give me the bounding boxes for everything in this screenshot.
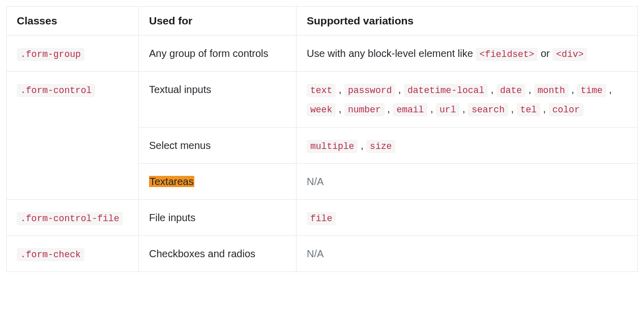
cell-variations: N/A bbox=[297, 163, 638, 199]
separator: , bbox=[525, 84, 534, 95]
code-variation: file bbox=[307, 212, 336, 225]
cell-variations: file bbox=[297, 199, 638, 235]
code-variation: url bbox=[436, 103, 459, 116]
text-mid: or bbox=[538, 48, 552, 59]
separator: , bbox=[540, 103, 549, 114]
form-classes-table: Classes Used for Supported variations .f… bbox=[6, 6, 638, 272]
code-class: .form-control bbox=[17, 84, 95, 97]
header-usedfor: Used for bbox=[139, 7, 297, 36]
separator: , bbox=[459, 103, 468, 114]
code-variation: time bbox=[577, 84, 606, 97]
table-row: .form-control Textual inputs text , pass… bbox=[7, 72, 638, 127]
table-row: .form-check Checkboxes and radios N/A bbox=[7, 235, 638, 271]
header-variations: Supported variations bbox=[297, 7, 638, 36]
cell-usedfor: Checkboxes and radios bbox=[139, 235, 297, 271]
code-variation: search bbox=[468, 103, 508, 116]
separator: , bbox=[427, 103, 436, 114]
table-header-row: Classes Used for Supported variations bbox=[7, 7, 638, 36]
separator: , bbox=[606, 84, 612, 95]
code-variation: size bbox=[366, 140, 395, 153]
code-variation: color bbox=[549, 103, 583, 116]
separator: , bbox=[569, 84, 577, 95]
cell-class: .form-group bbox=[7, 36, 139, 72]
code-variation: text bbox=[307, 84, 336, 97]
separator: , bbox=[385, 103, 393, 114]
code-class: .form-control-file bbox=[17, 212, 123, 225]
cell-variations: N/A bbox=[297, 235, 638, 271]
highlighted-text: Textareas bbox=[149, 176, 194, 187]
code-variation: tel bbox=[517, 103, 540, 116]
separator: , bbox=[358, 140, 366, 151]
cell-class: .form-control bbox=[7, 72, 139, 200]
cell-class: .form-control-file bbox=[7, 199, 139, 235]
code-variation: number bbox=[344, 103, 385, 116]
code-variation: date bbox=[496, 84, 525, 97]
code-variation: datetime-local bbox=[404, 84, 488, 97]
cell-usedfor: Textual inputs bbox=[139, 72, 297, 127]
code-variation: month bbox=[534, 84, 569, 97]
code-class: .form-check bbox=[17, 248, 84, 261]
cell-variations: text , password , datetime-local , date … bbox=[297, 72, 638, 127]
header-classes: Classes bbox=[7, 7, 139, 36]
cell-usedfor: Textareas bbox=[139, 163, 297, 199]
code-div: <div> bbox=[552, 48, 587, 61]
separator: , bbox=[395, 84, 404, 95]
table-row: .form-control-file File inputs file bbox=[7, 199, 638, 235]
separator: , bbox=[488, 84, 496, 95]
code-fieldset: <fieldset> bbox=[476, 48, 538, 61]
cell-class: .form-check bbox=[7, 235, 139, 271]
cell-usedfor: Any group of form controls bbox=[139, 36, 297, 72]
code-variation: password bbox=[344, 84, 395, 97]
code-variation: email bbox=[393, 103, 427, 116]
code-variation: multiple bbox=[307, 140, 358, 153]
cell-variations: multiple , size bbox=[297, 127, 638, 163]
cell-usedfor: Select menus bbox=[139, 127, 297, 163]
table-row: .form-group Any group of form controls U… bbox=[7, 36, 638, 72]
separator: , bbox=[508, 103, 517, 114]
cell-variations: Use with any block-level element like <f… bbox=[297, 36, 638, 72]
text-prefix: Use with any block-level element like bbox=[307, 48, 476, 59]
separator: , bbox=[336, 103, 344, 114]
code-variation: week bbox=[307, 103, 336, 116]
cell-usedfor: File inputs bbox=[139, 199, 297, 235]
code-class: .form-group bbox=[17, 48, 84, 61]
separator: , bbox=[336, 84, 344, 95]
